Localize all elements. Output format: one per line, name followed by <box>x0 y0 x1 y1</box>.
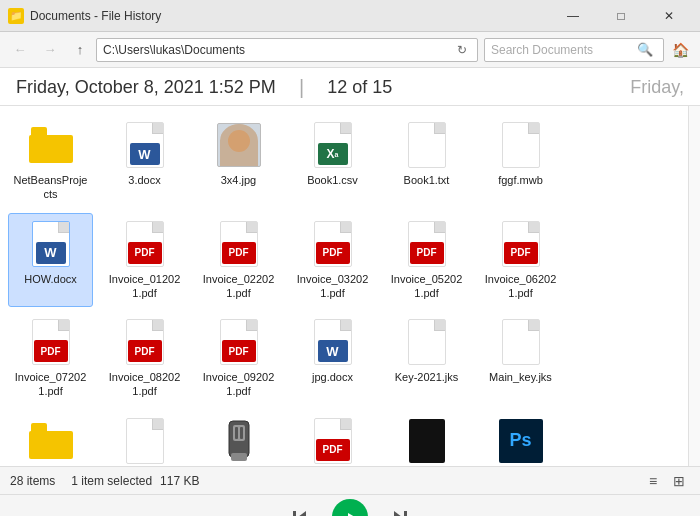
file-icon <box>403 121 451 169</box>
file-name: Invoice_032021.pdf <box>295 272 370 301</box>
list-item[interactable]: PDF Invoice_052021.pdf <box>384 213 469 308</box>
status-bar: 28 items 1 item selected 117 KB ≡ ⊞ <box>0 466 700 494</box>
address-bar[interactable]: C:\Users\lukas\Documents ↻ <box>96 38 478 62</box>
file-name: Invoice_082021.pdf <box>107 370 182 399</box>
list-item[interactable]: PDF Invoice_032021.pdf <box>290 213 375 308</box>
pdf-icon: PDF <box>215 318 263 366</box>
list-item[interactable] <box>102 410 187 466</box>
file-icon <box>403 318 451 366</box>
file-name: Invoice_052021.pdf <box>389 272 464 301</box>
list-item[interactable]: 3x4.jpg <box>196 114 281 209</box>
list-item[interactable]: NetBeansProjects <box>8 114 93 209</box>
list-view-button[interactable]: ≡ <box>642 470 664 492</box>
list-item[interactable]: W HOW.docx <box>8 213 93 308</box>
file-name: fggf.mwb <box>498 173 543 187</box>
list-item[interactable]: Main_key.jks <box>478 311 563 406</box>
header-count: 12 of 15 <box>327 77 392 98</box>
list-item[interactable]: W 3.docx <box>102 114 187 209</box>
pdf-icon: PDF <box>215 220 263 268</box>
window-controls: — □ ✕ <box>550 0 692 32</box>
header-right: Friday, <box>630 77 684 98</box>
pdf-icon: PDF <box>27 318 75 366</box>
pdf-icon: PDF <box>309 220 357 268</box>
file-name: 3.docx <box>128 173 160 187</box>
file-grid: NetBeansProjects W 3.docx 3x4.j <box>8 114 680 466</box>
file-name: Main_key.jks <box>489 370 552 384</box>
file-name: Book1.txt <box>404 173 450 187</box>
window-title: Documents - File History <box>30 9 550 23</box>
header-datetime: Friday, October 8, 2021 1:52 PM <box>16 77 276 98</box>
file-icon <box>497 318 545 366</box>
list-item[interactable]: PDF Invoice_012021.pdf <box>102 213 187 308</box>
list-item[interactable]: W jpg.docx <box>290 311 375 406</box>
right-panel <box>688 106 700 466</box>
up-button[interactable]: ↑ <box>66 36 94 64</box>
file-name: Book1.csv <box>307 173 358 187</box>
drive-icon <box>215 417 263 465</box>
list-item[interactable] <box>8 410 93 466</box>
list-item[interactable]: Xa Book1.csv <box>290 114 375 209</box>
file-name: HOW.docx <box>24 272 77 286</box>
folder-icon <box>27 417 75 465</box>
back-button[interactable]: ← <box>6 36 34 64</box>
docx-icon: W <box>309 318 357 366</box>
svg-rect-2 <box>231 453 247 461</box>
docx-icon: W <box>121 121 169 169</box>
pdf-icon: PDF <box>121 220 169 268</box>
address-path: C:\Users\lukas\Documents <box>103 43 453 57</box>
navigation-bar: ← → ↑ C:\Users\lukas\Documents ↻ Search … <box>0 32 700 68</box>
close-button[interactable]: ✕ <box>646 0 692 32</box>
playback-bar <box>0 494 700 516</box>
list-item[interactable]: PDF Invoice_082021.pdf <box>102 311 187 406</box>
search-placeholder: Search Documents <box>491 43 633 57</box>
xlsx-icon: Xa <box>309 121 357 169</box>
list-item[interactable]: Book1.txt <box>384 114 469 209</box>
home-button[interactable]: 🏠 <box>666 36 694 64</box>
list-item[interactable]: PDF Invoice_092021.pdf <box>196 311 281 406</box>
svg-rect-1 <box>233 425 245 441</box>
list-item[interactable]: PDF Invoice_072021.pdf <box>8 311 93 406</box>
list-item[interactable]: Key-2021.jks <box>384 311 469 406</box>
forward-button[interactable]: → <box>36 36 64 64</box>
svg-rect-3 <box>235 427 238 439</box>
minimize-button[interactable]: — <box>550 0 596 32</box>
docx-icon: W <box>27 220 75 268</box>
list-item[interactable]: fggf.mwb <box>478 114 563 209</box>
refresh-button[interactable]: ↻ <box>453 41 471 59</box>
ps-icon: Ps <box>497 417 545 465</box>
svg-marker-6 <box>298 511 306 517</box>
svg-rect-9 <box>404 511 407 517</box>
list-item[interactable]: PDF <box>290 410 375 466</box>
header-row: Friday, October 8, 2021 1:52 PM | 12 of … <box>0 68 700 106</box>
file-name: Invoice_012021.pdf <box>107 272 182 301</box>
list-item[interactable]: PDF Invoice_062021.pdf <box>478 213 563 308</box>
pdf-icon: PDF <box>403 220 451 268</box>
file-name: NetBeansProjects <box>13 173 88 202</box>
svg-rect-5 <box>293 511 296 517</box>
pdf-icon: PDF <box>309 417 357 465</box>
next-button[interactable] <box>384 501 416 517</box>
folder-icon <box>27 121 75 169</box>
previous-button[interactable] <box>284 501 316 517</box>
list-item[interactable] <box>384 410 469 466</box>
search-bar[interactable]: Search Documents 🔍 <box>484 38 664 62</box>
file-grid-wrapper[interactable]: NetBeansProjects W 3.docx 3x4.j <box>0 106 688 466</box>
file-size: 117 KB <box>160 474 199 488</box>
grid-view-button[interactable]: ⊞ <box>668 470 690 492</box>
header-separator: | <box>288 76 315 99</box>
item-count: 28 items <box>10 474 55 488</box>
pdf-icon: PDF <box>121 318 169 366</box>
list-item[interactable]: PDF Invoice_022021.pdf <box>196 213 281 308</box>
selected-count: 1 item selected <box>71 474 152 488</box>
maximize-button[interactable]: □ <box>598 0 644 32</box>
search-icon[interactable]: 🔍 <box>633 38 657 62</box>
file-name: Invoice_022021.pdf <box>201 272 276 301</box>
svg-marker-10 <box>394 511 402 517</box>
list-item[interactable]: Ps <box>478 410 563 466</box>
app-icon: 📁 <box>8 8 24 24</box>
list-item[interactable] <box>196 410 281 466</box>
pdf-icon: PDF <box>497 220 545 268</box>
file-name: Invoice_062021.pdf <box>483 272 558 301</box>
play-button[interactable] <box>332 499 368 517</box>
file-name: Invoice_092021.pdf <box>201 370 276 399</box>
